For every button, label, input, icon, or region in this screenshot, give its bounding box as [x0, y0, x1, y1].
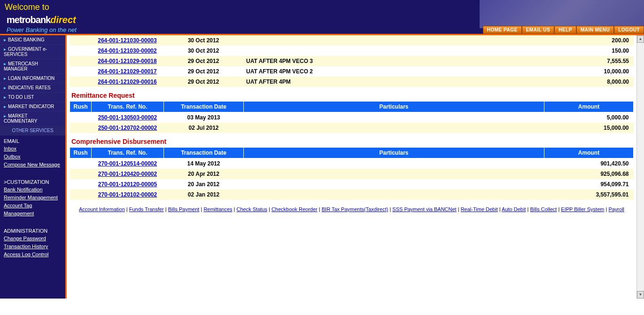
footer-link[interactable]: Bills Payment — [168, 206, 200, 212]
table-row: 270-001-120102-0000202 Jan 20123,557,595… — [70, 189, 634, 200]
col-rush: Rush — [70, 148, 92, 158]
sidebar-section-admin: ADMINISTRATION — [0, 225, 65, 235]
sidebar-item-market-commentary[interactable]: ▸MARKET COMMENTARY — [0, 111, 65, 126]
trans-ref-link[interactable]: 264-001-121029-00018 — [98, 58, 156, 64]
sidebar-item-metrocash[interactable]: ▸METROCASH MANAGER — [0, 59, 65, 74]
cell-particulars — [244, 123, 544, 133]
sidebar-item-label: METROCASH MANAGER — [4, 61, 38, 71]
footer-link[interactable]: BIR Tax Payments(Taxdirect) — [322, 206, 388, 212]
cell-ref: 250-001-130503-00002 — [92, 112, 164, 123]
sidebar-link-reminder-mgmt[interactable]: Reminder Management — [0, 194, 65, 202]
cell-ref: 264-001-121029-00016 — [91, 77, 163, 87]
sidebar-link-inbox[interactable]: Inbox — [0, 145, 65, 153]
separator: | — [498, 206, 502, 212]
footer-link[interactable]: Bills Collect — [530, 206, 557, 212]
footer-link[interactable]: EIPP Biller System — [561, 206, 604, 212]
trans-ref-link[interactable]: 264-001-121030-00003 — [98, 37, 156, 44]
sidebar-item-label: MARKET INDICATOR — [8, 104, 54, 109]
nav-help-button[interactable]: HELP — [554, 26, 576, 34]
trans-ref-link[interactable]: 264-001-121029-00016 — [98, 79, 156, 85]
main-content: 264-001-121030-0000330 Oct 2012200.00264… — [67, 35, 636, 299]
footer-link[interactable]: Auto Debit — [502, 206, 526, 212]
bullet-icon: ▸ — [4, 37, 6, 42]
nav-logout-button[interactable]: LOGOUT — [614, 26, 644, 34]
sidebar-item-todo[interactable]: ▸TO DO LIST — [0, 93, 65, 102]
cell-amount: 7,555.55 — [544, 56, 634, 66]
cell-ref: 264-001-121029-00018 — [91, 56, 163, 66]
cell-ref: 270-001-120120-00005 — [92, 179, 164, 189]
nav-home-button[interactable]: HOME PAGE — [483, 26, 522, 34]
cell-particulars — [243, 46, 544, 56]
sidebar-link-outbox[interactable]: Outbox — [0, 153, 65, 161]
cell-ref: 270-001-120514-00002 — [92, 158, 164, 169]
trans-ref-link[interactable]: 250-001-120702-00002 — [98, 125, 157, 131]
table-row: 270-001-120120-0000520 Jan 2012954,099.7… — [70, 179, 634, 189]
col-date: Transaction Date — [164, 148, 244, 158]
footer-link[interactable]: Account Information — [79, 206, 125, 212]
sidebar-link-account-tag-mgmt[interactable]: Account Tag Management — [0, 202, 65, 218]
col-rush: Rush — [70, 102, 92, 112]
bullet-icon: ▸ — [4, 47, 6, 52]
bullet-icon: ▸ — [4, 76, 6, 81]
trans-ref-link[interactable]: 250-001-130503-00002 — [98, 114, 157, 121]
footer-link[interactable]: SSS Payment via BANCNet — [392, 206, 456, 212]
separator: | — [267, 206, 272, 212]
scroll-down-icon[interactable]: ▼ — [637, 291, 644, 299]
cell-date: 02 Jul 2012 — [164, 123, 244, 133]
footer-link[interactable]: Real-Time Debit — [461, 206, 498, 212]
header-banner-image — [480, 0, 644, 28]
nav-email-button[interactable]: EMAIL US — [522, 26, 555, 34]
logo-main: metrobank — [7, 15, 50, 25]
footer-link[interactable]: Funds Transfer — [129, 206, 164, 212]
sidebar-link-change-password[interactable]: Change Password — [0, 235, 65, 243]
sidebar-item-loan-info[interactable]: ▸LOAN INFORMATION — [0, 74, 65, 83]
col-amt: Amount — [544, 102, 634, 112]
sidebar-item-market-indicator[interactable]: ▸MARKET INDICATOR — [0, 102, 65, 111]
footer-link[interactable]: Payroll — [608, 206, 624, 212]
cell-particulars — [243, 35, 544, 46]
trans-ref-link[interactable]: 270-001-120102-00002 — [98, 191, 157, 198]
sidebar-link-compose[interactable]: Compose New Message — [0, 161, 65, 169]
sidebar-section-customization: >CUSTOMIZATION — [0, 176, 65, 186]
cell-ref: 270-001-120420-00002 — [92, 169, 164, 179]
sidebar-item-basic-banking[interactable]: ▸BASIC BANKING — [0, 35, 65, 45]
footer-link[interactable]: Check Status — [237, 206, 267, 212]
sidebar-item-label: TO DO LIST — [8, 94, 34, 100]
cell-rush — [70, 56, 91, 66]
cell-amount: 15,000.00 — [544, 123, 634, 133]
nav-main-menu-button[interactable]: MAIN MENU — [576, 26, 614, 34]
cell-particulars: UAT AFTER 4PM — [243, 77, 544, 87]
cell-date: 29 Oct 2012 — [163, 77, 243, 87]
trans-ref-link[interactable]: 270-001-120420-00002 — [98, 171, 157, 177]
cell-date: 20 Apr 2012 — [164, 169, 244, 179]
sidebar-link-transaction-history[interactable]: Transaction History — [0, 243, 65, 251]
trans-ref-link[interactable]: 264-001-121029-00017 — [98, 68, 156, 75]
footer-link[interactable]: Checkbook Reorder — [272, 206, 318, 212]
trans-ref-link[interactable]: 264-001-121030-00002 — [98, 47, 156, 54]
sidebar-item-label: MARKET COMMENTARY — [4, 113, 37, 124]
cell-particulars: UAT AFTER 4PM VECO 3 — [243, 56, 544, 66]
scroll-up-icon[interactable]: ▲ — [637, 35, 644, 43]
sidebar-item-label: GOVERNMENT e-SERVICES — [4, 47, 47, 57]
table-row: 250-001-120702-0000202 Jul 201215,000.00 — [70, 123, 634, 133]
sidebar-item-other-services[interactable]: OTHER SERVICES — [0, 126, 65, 135]
col-ref: Trans. Ref. No. — [92, 102, 164, 112]
sidebar-link-access-log[interactable]: Access Log Control — [0, 251, 65, 259]
cell-rush — [70, 77, 91, 87]
section-title-comprehensive: Comprehensive Disbursement — [70, 133, 634, 147]
trans-ref-link[interactable]: 270-001-120120-00005 — [98, 181, 157, 188]
trans-ref-link[interactable]: 270-001-120514-00002 — [98, 160, 157, 167]
sidebar-link-bank-notification[interactable]: Bank Notification — [0, 186, 65, 194]
scrollbar[interactable]: ▲ ▼ — [636, 35, 644, 299]
separator: | — [318, 206, 322, 212]
cell-particulars — [244, 189, 544, 200]
section-title-remittance: Remittance Request — [70, 87, 634, 101]
table-row: 264-001-121029-0001729 Oct 2012UAT AFTER… — [70, 66, 634, 77]
cell-date: 30 Oct 2012 — [163, 35, 243, 46]
sidebar-item-indicative-rates[interactable]: ▸INDICATIVE RATES — [0, 83, 65, 93]
footer-link[interactable]: Remittances — [203, 206, 232, 212]
bullet-icon: ▸ — [4, 94, 6, 100]
sidebar-item-gov-services[interactable]: ▸GOVERNMENT e-SERVICES — [0, 45, 65, 59]
cell-ref: 250-001-120702-00002 — [92, 123, 164, 133]
top-transactions-table: 264-001-121030-0000330 Oct 2012200.00264… — [70, 35, 634, 87]
